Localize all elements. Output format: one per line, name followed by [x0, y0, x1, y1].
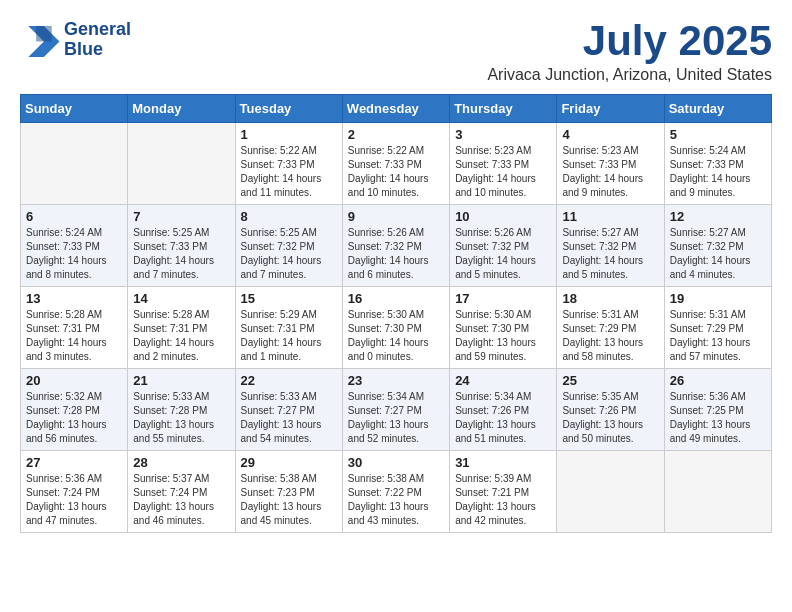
logo-icon — [20, 22, 60, 57]
day-number: 24 — [455, 373, 551, 388]
calendar-cell: 17Sunrise: 5:30 AMSunset: 7:30 PMDayligh… — [450, 287, 557, 369]
calendar-cell: 2Sunrise: 5:22 AMSunset: 7:33 PMDaylight… — [342, 123, 449, 205]
day-info: Sunrise: 5:28 AMSunset: 7:31 PMDaylight:… — [26, 308, 122, 364]
day-info: Sunrise: 5:33 AMSunset: 7:27 PMDaylight:… — [241, 390, 337, 446]
day-info: Sunrise: 5:35 AMSunset: 7:26 PMDaylight:… — [562, 390, 658, 446]
calendar-cell: 29Sunrise: 5:38 AMSunset: 7:23 PMDayligh… — [235, 451, 342, 533]
day-info: Sunrise: 5:39 AMSunset: 7:21 PMDaylight:… — [455, 472, 551, 528]
day-info: Sunrise: 5:27 AMSunset: 7:32 PMDaylight:… — [562, 226, 658, 282]
day-info: Sunrise: 5:27 AMSunset: 7:32 PMDaylight:… — [670, 226, 766, 282]
calendar-header-thursday: Thursday — [450, 95, 557, 123]
calendar-cell: 19Sunrise: 5:31 AMSunset: 7:29 PMDayligh… — [664, 287, 771, 369]
calendar-cell: 12Sunrise: 5:27 AMSunset: 7:32 PMDayligh… — [664, 205, 771, 287]
day-info: Sunrise: 5:26 AMSunset: 7:32 PMDaylight:… — [455, 226, 551, 282]
day-number: 30 — [348, 455, 444, 470]
day-number: 23 — [348, 373, 444, 388]
day-info: Sunrise: 5:26 AMSunset: 7:32 PMDaylight:… — [348, 226, 444, 282]
day-info: Sunrise: 5:29 AMSunset: 7:31 PMDaylight:… — [241, 308, 337, 364]
day-info: Sunrise: 5:28 AMSunset: 7:31 PMDaylight:… — [133, 308, 229, 364]
day-info: Sunrise: 5:38 AMSunset: 7:23 PMDaylight:… — [241, 472, 337, 528]
day-number: 17 — [455, 291, 551, 306]
calendar-cell: 3Sunrise: 5:23 AMSunset: 7:33 PMDaylight… — [450, 123, 557, 205]
day-number: 19 — [670, 291, 766, 306]
calendar-cell: 7Sunrise: 5:25 AMSunset: 7:33 PMDaylight… — [128, 205, 235, 287]
calendar-header-friday: Friday — [557, 95, 664, 123]
calendar-header-saturday: Saturday — [664, 95, 771, 123]
day-info: Sunrise: 5:36 AMSunset: 7:25 PMDaylight:… — [670, 390, 766, 446]
day-number: 31 — [455, 455, 551, 470]
calendar-table: SundayMondayTuesdayWednesdayThursdayFrid… — [20, 94, 772, 533]
day-number: 11 — [562, 209, 658, 224]
calendar-cell: 9Sunrise: 5:26 AMSunset: 7:32 PMDaylight… — [342, 205, 449, 287]
calendar-week-5: 27Sunrise: 5:36 AMSunset: 7:24 PMDayligh… — [21, 451, 772, 533]
day-info: Sunrise: 5:38 AMSunset: 7:22 PMDaylight:… — [348, 472, 444, 528]
page: General Blue July 2025 Arivaca Junction,… — [0, 0, 792, 543]
calendar-cell: 24Sunrise: 5:34 AMSunset: 7:26 PMDayligh… — [450, 369, 557, 451]
day-info: Sunrise: 5:24 AMSunset: 7:33 PMDaylight:… — [26, 226, 122, 282]
calendar-cell: 22Sunrise: 5:33 AMSunset: 7:27 PMDayligh… — [235, 369, 342, 451]
calendar-cell: 21Sunrise: 5:33 AMSunset: 7:28 PMDayligh… — [128, 369, 235, 451]
calendar-cell — [128, 123, 235, 205]
calendar-cell: 26Sunrise: 5:36 AMSunset: 7:25 PMDayligh… — [664, 369, 771, 451]
day-info: Sunrise: 5:33 AMSunset: 7:28 PMDaylight:… — [133, 390, 229, 446]
calendar-header-monday: Monday — [128, 95, 235, 123]
day-number: 7 — [133, 209, 229, 224]
day-info: Sunrise: 5:32 AMSunset: 7:28 PMDaylight:… — [26, 390, 122, 446]
calendar-cell: 30Sunrise: 5:38 AMSunset: 7:22 PMDayligh… — [342, 451, 449, 533]
calendar-cell: 28Sunrise: 5:37 AMSunset: 7:24 PMDayligh… — [128, 451, 235, 533]
calendar-cell: 20Sunrise: 5:32 AMSunset: 7:28 PMDayligh… — [21, 369, 128, 451]
day-number: 9 — [348, 209, 444, 224]
day-info: Sunrise: 5:30 AMSunset: 7:30 PMDaylight:… — [348, 308, 444, 364]
calendar-cell: 27Sunrise: 5:36 AMSunset: 7:24 PMDayligh… — [21, 451, 128, 533]
day-number: 20 — [26, 373, 122, 388]
calendar-cell — [557, 451, 664, 533]
day-number: 13 — [26, 291, 122, 306]
calendar-cell: 13Sunrise: 5:28 AMSunset: 7:31 PMDayligh… — [21, 287, 128, 369]
day-number: 29 — [241, 455, 337, 470]
day-number: 3 — [455, 127, 551, 142]
day-number: 14 — [133, 291, 229, 306]
calendar-cell: 8Sunrise: 5:25 AMSunset: 7:32 PMDaylight… — [235, 205, 342, 287]
calendar-cell: 4Sunrise: 5:23 AMSunset: 7:33 PMDaylight… — [557, 123, 664, 205]
day-number: 22 — [241, 373, 337, 388]
day-info: Sunrise: 5:23 AMSunset: 7:33 PMDaylight:… — [562, 144, 658, 200]
day-info: Sunrise: 5:22 AMSunset: 7:33 PMDaylight:… — [241, 144, 337, 200]
calendar-header-tuesday: Tuesday — [235, 95, 342, 123]
logo-line2: Blue — [64, 40, 131, 60]
calendar-cell: 16Sunrise: 5:30 AMSunset: 7:30 PMDayligh… — [342, 287, 449, 369]
calendar-cell: 18Sunrise: 5:31 AMSunset: 7:29 PMDayligh… — [557, 287, 664, 369]
calendar-cell: 11Sunrise: 5:27 AMSunset: 7:32 PMDayligh… — [557, 205, 664, 287]
month-title: July 2025 — [487, 20, 772, 62]
day-info: Sunrise: 5:24 AMSunset: 7:33 PMDaylight:… — [670, 144, 766, 200]
calendar-header-wednesday: Wednesday — [342, 95, 449, 123]
calendar-cell: 15Sunrise: 5:29 AMSunset: 7:31 PMDayligh… — [235, 287, 342, 369]
title-block: July 2025 Arivaca Junction, Arizona, Uni… — [487, 20, 772, 84]
location-title: Arivaca Junction, Arizona, United States — [487, 66, 772, 84]
day-number: 6 — [26, 209, 122, 224]
day-number: 12 — [670, 209, 766, 224]
day-number: 4 — [562, 127, 658, 142]
calendar-cell: 31Sunrise: 5:39 AMSunset: 7:21 PMDayligh… — [450, 451, 557, 533]
calendar-cell: 14Sunrise: 5:28 AMSunset: 7:31 PMDayligh… — [128, 287, 235, 369]
day-info: Sunrise: 5:31 AMSunset: 7:29 PMDaylight:… — [562, 308, 658, 364]
day-info: Sunrise: 5:25 AMSunset: 7:32 PMDaylight:… — [241, 226, 337, 282]
logo-line1: General — [64, 20, 131, 40]
day-number: 27 — [26, 455, 122, 470]
day-number: 26 — [670, 373, 766, 388]
calendar-week-4: 20Sunrise: 5:32 AMSunset: 7:28 PMDayligh… — [21, 369, 772, 451]
day-number: 15 — [241, 291, 337, 306]
day-info: Sunrise: 5:23 AMSunset: 7:33 PMDaylight:… — [455, 144, 551, 200]
day-info: Sunrise: 5:36 AMSunset: 7:24 PMDaylight:… — [26, 472, 122, 528]
calendar-cell — [21, 123, 128, 205]
day-info: Sunrise: 5:30 AMSunset: 7:30 PMDaylight:… — [455, 308, 551, 364]
header: General Blue July 2025 Arivaca Junction,… — [20, 20, 772, 84]
day-info: Sunrise: 5:34 AMSunset: 7:27 PMDaylight:… — [348, 390, 444, 446]
day-number: 21 — [133, 373, 229, 388]
day-number: 2 — [348, 127, 444, 142]
logo: General Blue — [20, 20, 131, 60]
day-info: Sunrise: 5:22 AMSunset: 7:33 PMDaylight:… — [348, 144, 444, 200]
calendar-week-1: 1Sunrise: 5:22 AMSunset: 7:33 PMDaylight… — [21, 123, 772, 205]
day-info: Sunrise: 5:34 AMSunset: 7:26 PMDaylight:… — [455, 390, 551, 446]
svg-marker-1 — [36, 26, 52, 42]
calendar-cell: 5Sunrise: 5:24 AMSunset: 7:33 PMDaylight… — [664, 123, 771, 205]
